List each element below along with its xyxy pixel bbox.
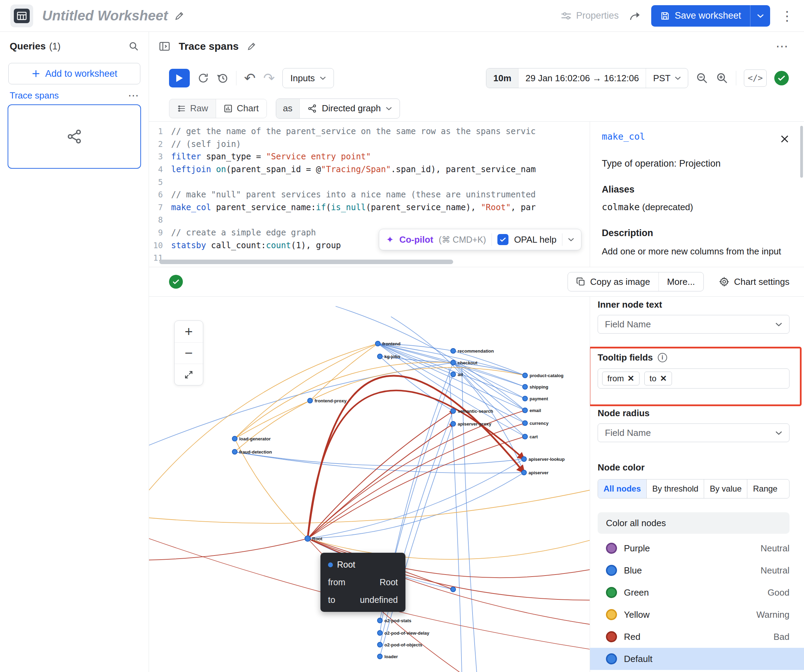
node-color-tab-range[interactable]: Range: [747, 479, 783, 498]
color-row-red[interactable]: RedBad: [590, 626, 804, 648]
save-worksheet-button[interactable]: Save worksheet: [651, 5, 750, 27]
graph-node-fraud-detection[interactable]: fraud-detection: [232, 450, 272, 455]
remove-chip-icon[interactable]: ✕: [628, 374, 634, 383]
refresh-icon[interactable]: [198, 72, 209, 84]
node-color-tab-all-nodes[interactable]: All nodes: [598, 479, 646, 498]
collapse-panel-icon[interactable]: [159, 41, 170, 52]
code-line[interactable]: 1// get the name of the parent_service o…: [149, 125, 590, 138]
copy-as-image-button[interactable]: Copy as image: [568, 272, 658, 291]
edit-query-title-icon[interactable]: [247, 41, 257, 51]
timezone-dropdown[interactable]: PST: [646, 69, 688, 88]
time-range-control[interactable]: 10m 29 Jan 16:02:06 → 16:12:06 PST: [486, 68, 688, 88]
opal-help-checkbox[interactable]: [497, 234, 508, 245]
graph-node-recommendation[interactable]: recommendation: [451, 348, 494, 354]
color-row-blue[interactable]: BlueNeutral: [590, 559, 804, 581]
worksheet-title[interactable]: Untitled Worksheet: [42, 8, 168, 23]
graph-node-frontend[interactable]: frontend: [375, 341, 400, 347]
close-icon[interactable]: [777, 131, 792, 147]
graph-node-apiserver-proxy[interactable]: apiserver-proxy: [451, 421, 492, 427]
inputs-dropdown[interactable]: Inputs: [283, 68, 334, 88]
graph-node-kg-jobs[interactable]: kg-jobs: [377, 354, 400, 359]
doc-scrollbar[interactable]: [800, 126, 803, 178]
query-title: Trace spans: [179, 41, 239, 52]
kebab-menu-icon[interactable]: ⋮: [781, 9, 794, 23]
graph-node-email[interactable]: email: [523, 408, 541, 413]
edit-title-icon[interactable]: [174, 11, 185, 21]
graph-node-shipping[interactable]: shipping: [523, 384, 548, 389]
query-header: Trace spans ⋯: [149, 32, 804, 61]
run-query-button[interactable]: [169, 69, 190, 87]
properties-button[interactable]: Properties: [560, 10, 619, 21]
code-line[interactable]: 3filter span_type = "Service entry point…: [149, 150, 590, 163]
more-button[interactable]: More...: [659, 272, 703, 291]
chart-area[interactable]: frontendkg-jobsrecommendationcheckoutads…: [149, 297, 590, 672]
zoom-out-icon[interactable]: [696, 72, 708, 84]
chevron-down-icon[interactable]: [568, 237, 574, 242]
graph-type-dropdown[interactable]: Directed graph: [300, 99, 400, 118]
graph-node-checkout[interactable]: checkout: [451, 360, 478, 365]
app-logo[interactable]: [10, 5, 33, 27]
redo-icon[interactable]: ↷: [263, 70, 275, 86]
tooltip-fields-input[interactable]: from✕to✕: [598, 368, 789, 389]
color-all-nodes-button[interactable]: Color all nodes: [598, 512, 789, 534]
color-row-green[interactable]: GreenGood: [590, 581, 804, 603]
code-line[interactable]: 7make_col parent_service_name:if(is_null…: [149, 201, 590, 214]
directed-graph[interactable]: frontendkg-jobsrecommendationcheckoutads…: [149, 297, 590, 672]
visualization-selector[interactable]: as Directed graph: [276, 98, 400, 119]
graph-node-root[interactable]: Root: [305, 536, 322, 541]
share-icon[interactable]: [629, 10, 641, 21]
graph-node-apiserver[interactable]: apiserver: [521, 470, 549, 475]
graph-zoom-out-button[interactable]: −: [175, 342, 203, 364]
undo-icon[interactable]: ↶: [244, 70, 256, 86]
query-thumbnail-card[interactable]: [8, 105, 141, 169]
copilot-button[interactable]: Co-pilot: [399, 234, 433, 245]
save-options-button[interactable]: [750, 5, 770, 27]
query-name-link[interactable]: Trace spans: [10, 90, 59, 101]
query-options-icon[interactable]: ⋯: [776, 40, 788, 52]
graph-node-o2-pod-of-objects[interactable]: o2-pod-of-objects: [377, 642, 422, 647]
time-range[interactable]: 29 Jan 16:02:06 → 16:12:06: [518, 69, 646, 88]
code-view-button[interactable]: </>: [744, 69, 766, 87]
history-icon[interactable]: [217, 72, 229, 84]
graph-node-o2-pod-of-view-delay[interactable]: o2-pod-of-view-delay: [377, 631, 430, 636]
graph-fullscreen-button[interactable]: [175, 364, 203, 385]
doc-verb-link[interactable]: make_col: [602, 131, 645, 142]
opal-editor[interactable]: 1// get the name of the parent_service o…: [149, 122, 590, 267]
graph-node-payment[interactable]: payment: [523, 396, 548, 401]
graph-node-loader[interactable]: loader: [377, 654, 398, 659]
tooltip-field-chip[interactable]: to✕: [644, 371, 672, 386]
query-menu-icon[interactable]: ⋯: [128, 90, 139, 101]
node-color-tab-by-value[interactable]: By value: [704, 479, 747, 498]
add-to-worksheet-button[interactable]: Add to worksheet: [8, 63, 141, 84]
node-color-tab-by-threshold[interactable]: By threshold: [646, 479, 704, 498]
node-radius-select[interactable]: Field Name: [598, 423, 789, 442]
chart-settings-button[interactable]: Chart settings: [719, 276, 789, 287]
graph-node-product-catalog[interactable]: product-catalog: [523, 373, 564, 378]
time-window[interactable]: 10m: [486, 69, 518, 88]
color-row-purple[interactable]: PurpleNeutral: [590, 537, 804, 559]
graph-edges: [149, 306, 590, 672]
code-line[interactable]: 8: [149, 214, 590, 226]
graph-node-currency[interactable]: currency: [523, 421, 549, 426]
graph-node-o2-pod-stats[interactable]: o2-pod-stats: [377, 618, 411, 623]
search-icon[interactable]: [129, 41, 139, 52]
color-row-yellow[interactable]: YellowWarning: [590, 603, 804, 626]
raw-tab[interactable]: Raw: [169, 99, 216, 118]
info-icon[interactable]: i: [658, 353, 667, 362]
graph-node-mid[interactable]: [451, 587, 456, 592]
editor-horizontal-scrollbar[interactable]: [159, 260, 453, 264]
graph-node-apiserver-lookup[interactable]: apiserver-lookup: [521, 457, 565, 462]
chart-tab[interactable]: Chart: [216, 99, 266, 118]
zoom-in-icon[interactable]: [716, 72, 728, 84]
tooltip-field-chip[interactable]: from✕: [602, 371, 639, 386]
color-row-default[interactable]: Default: [590, 648, 804, 670]
remove-chip-icon[interactable]: ✕: [660, 374, 667, 383]
code-line[interactable]: 5: [149, 176, 590, 188]
code-line[interactable]: 4leftjoin on(parent_span_id = @"Tracing/…: [149, 163, 590, 176]
inner-node-text-select[interactable]: Field Name: [598, 315, 789, 334]
opal-help-label[interactable]: OPAL help: [514, 234, 557, 245]
code-line[interactable]: 6// make "null" parent services into a n…: [149, 188, 590, 201]
code-line[interactable]: 2// (self join): [149, 138, 590, 151]
graph-node-cart[interactable]: cart: [523, 434, 538, 439]
graph-zoom-in-button[interactable]: +: [175, 321, 203, 342]
